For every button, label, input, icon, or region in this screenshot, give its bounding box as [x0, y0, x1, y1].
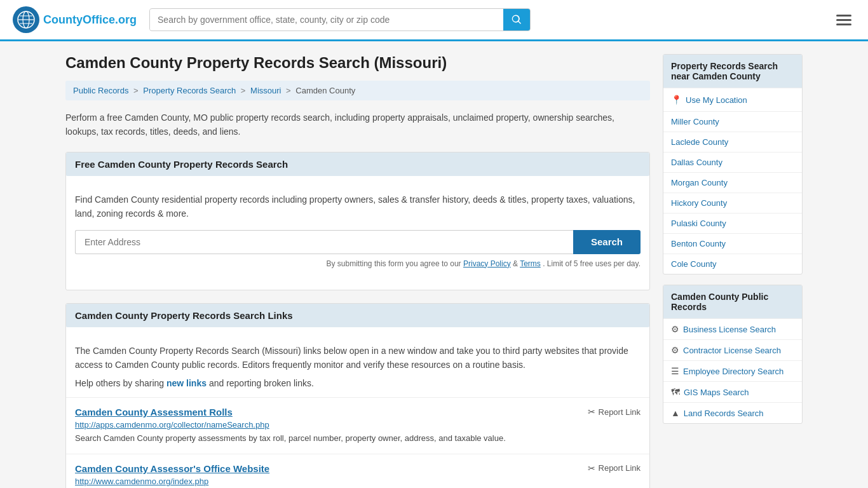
free-search-header: Free Camden County Property Records Sear… [66, 152, 649, 176]
address-input[interactable] [75, 230, 573, 254]
menu-icon[interactable] [832, 11, 855, 29]
cole-county-link[interactable]: Cole County [671, 259, 717, 269]
employee-directory-link[interactable]: Employee Directory Search [683, 367, 783, 376]
sidebar-county-dallas[interactable]: Dallas County [663, 152, 802, 172]
laclede-county-link[interactable]: Laclede County [671, 137, 728, 147]
page-title: Camden County Property Records Search (M… [65, 54, 650, 72]
business-license-link[interactable]: Business License Search [683, 325, 776, 334]
global-search-bar [149, 8, 531, 31]
sidebar-nearby-section: Property Records Search near Camden Coun… [663, 54, 803, 274]
sidebar-business-license[interactable]: ⚙ Business License Search [663, 318, 802, 339]
dallas-county-link[interactable]: Dallas County [671, 158, 722, 167]
report-icon: ✂ [588, 463, 595, 473]
link-item-header: Camden County Assessor's Office Website … [75, 463, 641, 474]
privacy-policy-link[interactable]: Privacy Policy [463, 259, 511, 268]
employee-directory-icon: ☰ [671, 366, 679, 376]
content-area: Camden County Property Records Search (M… [65, 54, 650, 488]
link-url[interactable]: http://apps.camdenmo.org/collector/nameS… [75, 420, 641, 430]
sidebar-public-records-section: Camden County Public Records ⚙ Business … [663, 285, 803, 424]
link-item-header: Camden County Assessment Rolls ✂ Report … [75, 407, 641, 417]
address-search-button[interactable]: Search [573, 230, 641, 254]
link-item: Camden County Assessor's Office Website … [66, 454, 649, 488]
intro-text: Perform a free Camden County, MO public … [65, 111, 650, 139]
breadcrumb-public-records[interactable]: Public Records [73, 86, 128, 95]
global-search-input[interactable] [150, 10, 503, 30]
links-desc: The Camden County Property Records Searc… [66, 335, 649, 372]
hickory-county-link[interactable]: Hickory County [671, 198, 727, 208]
main-wrapper: Camden County Property Records Search (M… [53, 41, 815, 488]
pulaski-county-link[interactable]: Pulaski County [671, 219, 726, 228]
free-search-section: Free Camden County Property Records Sear… [65, 152, 650, 290]
link-item-title[interactable]: Camden County Assessor's Office Website [75, 463, 269, 474]
sidebar-nearby-header: Property Records Search near Camden Coun… [663, 55, 802, 88]
share-text: Help others by sharing new links and rep… [66, 378, 649, 397]
report-link-button[interactable]: ✂ Report Link [588, 463, 641, 473]
contractor-license-link[interactable]: Contractor License Search [683, 346, 781, 355]
sidebar-public-records-header: Camden County Public Records [663, 285, 802, 318]
global-search-button[interactable] [503, 9, 530, 30]
free-search-desc: Find Camden County residential property … [75, 193, 641, 221]
contractor-license-icon: ⚙ [671, 345, 679, 355]
business-license-icon: ⚙ [671, 324, 679, 334]
link-url[interactable]: http://www.camdenmo.org/index.php [75, 477, 641, 486]
logo[interactable]: CountyOffice.org [13, 6, 137, 33]
logo-text: CountyOffice.org [43, 13, 137, 27]
logo-icon [13, 6, 39, 33]
header: CountyOffice.org [0, 0, 868, 41]
breadcrumb-property-records-search[interactable]: Property Records Search [143, 86, 236, 95]
sidebar-use-location[interactable]: 📍 Use My Location [663, 88, 802, 111]
sidebar-gis-maps[interactable]: 🗺 GIS Maps Search [663, 381, 802, 402]
benton-county-link[interactable]: Benton County [671, 239, 726, 248]
link-desc: Search Camden County property assessment… [75, 432, 641, 445]
report-icon: ✂ [588, 407, 595, 417]
sidebar-county-laclede[interactable]: Laclede County [663, 132, 802, 152]
sidebar-contractor-license[interactable]: ⚙ Contractor License Search [663, 339, 802, 360]
location-icon: 📍 [671, 95, 682, 105]
link-item: Camden County Assessment Rolls ✂ Report … [66, 397, 649, 454]
sidebar: Property Records Search near Camden Coun… [663, 54, 803, 488]
address-form: Search [75, 230, 641, 254]
sidebar-county-miller[interactable]: Miller County [663, 111, 802, 132]
gis-maps-link[interactable]: GIS Maps Search [684, 388, 749, 397]
report-link-button[interactable]: ✂ Report Link [588, 407, 641, 417]
land-records-link[interactable]: Land Records Search [684, 409, 764, 418]
land-records-icon: ▲ [671, 408, 680, 418]
link-item-title[interactable]: Camden County Assessment Rolls [75, 407, 233, 417]
sidebar-county-morgan[interactable]: Morgan County [663, 172, 802, 193]
gis-maps-icon: 🗺 [671, 387, 680, 397]
breadcrumb-missouri[interactable]: Missouri [250, 86, 281, 95]
new-links-link[interactable]: new links [166, 378, 207, 388]
breadcrumb: Public Records > Property Records Search… [65, 81, 650, 100]
form-disclaimer: By submitting this form you agree to our… [75, 259, 641, 268]
sidebar-county-benton[interactable]: Benton County [663, 233, 802, 254]
morgan-county-link[interactable]: Morgan County [671, 178, 728, 187]
sidebar-land-records[interactable]: ▲ Land Records Search [663, 402, 802, 423]
terms-link[interactable]: Terms [520, 259, 541, 268]
sidebar-county-cole[interactable]: Cole County [663, 254, 802, 274]
use-my-location-link[interactable]: Use My Location [686, 95, 747, 105]
links-section-header: Camden County Property Records Search Li… [66, 304, 649, 327]
sidebar-county-hickory[interactable]: Hickory County [663, 193, 802, 213]
sidebar-county-pulaski[interactable]: Pulaski County [663, 213, 802, 233]
breadcrumb-current: Camden County [295, 86, 355, 95]
sidebar-employee-directory[interactable]: ☰ Employee Directory Search [663, 360, 802, 381]
miller-county-link[interactable]: Miller County [671, 117, 719, 126]
links-section: Camden County Property Records Search Li… [65, 303, 650, 488]
